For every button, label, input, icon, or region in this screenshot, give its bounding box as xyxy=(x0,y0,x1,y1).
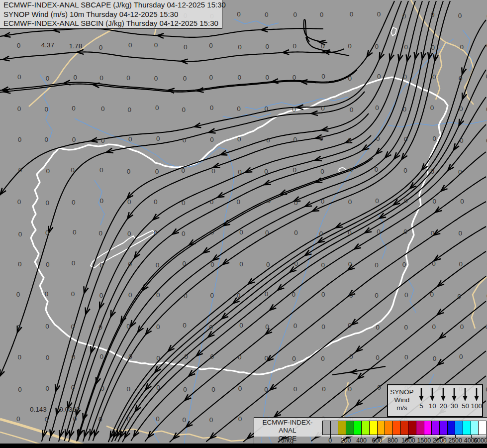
station-value-zero: 0 xyxy=(237,74,241,81)
station-value-zero: 0 xyxy=(98,324,102,331)
station-value-zero: 0 xyxy=(349,292,353,299)
cape-scale-label: 2000 xyxy=(433,437,447,444)
station-value-zero: 0 xyxy=(321,42,325,50)
station-value-zero: 0 xyxy=(45,199,49,207)
station-value-zero: 0 xyxy=(238,385,242,392)
station-value-zero: 0 xyxy=(18,230,22,238)
station-value-zero: 0 xyxy=(404,197,408,205)
station-value-zero: 0 xyxy=(348,198,352,206)
station-value-zero: 0 xyxy=(16,415,20,423)
station-value-zero: 0 xyxy=(45,416,49,423)
cape-scale-label: 600 xyxy=(372,437,383,444)
station-value-zero: 0 xyxy=(128,41,132,49)
cape-legend: ECMWF-INDEX-ANAL CAPE J/kg 0200400600800… xyxy=(254,417,487,445)
station-value-zero: 0 xyxy=(184,43,188,51)
cape-color-swatch xyxy=(401,421,408,435)
title-line-wind: SYNOP Wind (m/s) 10m Thursday 04-12-2025… xyxy=(3,10,222,19)
station-value-zero: 0 xyxy=(74,74,78,81)
cape-color-swatch xyxy=(479,421,486,435)
station-value-zero: 0 xyxy=(128,135,132,143)
station-value-zero: 0 xyxy=(431,11,435,18)
station-value-zero: 0 xyxy=(348,75,352,82)
down-arrow-icon xyxy=(462,387,469,402)
station-value-zero: 0 xyxy=(209,416,213,424)
station-value-zero: 0 xyxy=(72,105,76,112)
station-value-zero: 0 xyxy=(237,135,241,143)
cape-color-swatch xyxy=(378,421,385,435)
station-value-zero: 0 xyxy=(237,198,241,206)
station-value-zero: 0 xyxy=(156,261,160,269)
wind-speed-cell: 5 xyxy=(416,387,427,416)
station-value-zero: 0 xyxy=(238,168,242,176)
station-value-zero: 0 xyxy=(101,105,105,112)
station-value-zero: 0 xyxy=(46,261,50,268)
station-value-zero: 0 xyxy=(349,353,353,360)
station-value-zero: 0 xyxy=(459,75,463,82)
station-value-zero: 0 xyxy=(99,229,103,237)
cape-color-swatch xyxy=(416,421,424,435)
station-value-zero: 0 xyxy=(431,44,435,51)
station-value-zero: 0 xyxy=(18,260,22,268)
station-value-zero: 0 xyxy=(266,43,270,50)
station-value-zero: 0 xyxy=(17,324,21,331)
down-arrow-icon xyxy=(440,387,447,402)
station-value-zero: 0 xyxy=(182,230,186,237)
station-value-zero: 0 xyxy=(432,260,436,267)
station-value-zero: 0 xyxy=(375,261,379,269)
station-value-zero: 0 xyxy=(460,198,464,205)
station-value-zero: 0 xyxy=(183,75,187,82)
station-value-zero: 0 xyxy=(156,415,160,423)
station-value-zero: 0 xyxy=(72,353,76,361)
station-value-zero: 0 xyxy=(155,168,159,175)
wind-speed-cell: 100 xyxy=(471,387,482,416)
station-value-zero: 0 xyxy=(350,10,354,18)
station-value-zero: 0 xyxy=(99,166,103,174)
map-title-block: ECMWF-INDEX-ANAL SBCAPE (J/kg) Thursday … xyxy=(0,0,222,29)
station-value-zero: 0 xyxy=(128,260,132,268)
cape-color-swatch xyxy=(354,421,362,435)
station-value-zero: 0 xyxy=(348,229,352,236)
station-value-zero: 0 xyxy=(71,290,75,298)
station-value-zero: 0 xyxy=(460,137,464,144)
wind-speed-scale: 510203050100 xyxy=(416,385,482,416)
cape-color-swatch xyxy=(463,421,471,435)
station-value-zero: 0 xyxy=(45,136,49,143)
station-value-zero: 0 xyxy=(183,136,187,144)
station-value-zero: 0 xyxy=(184,353,188,360)
station-value-zero: 0 xyxy=(128,353,132,360)
cape-scale-label: 200 xyxy=(341,437,351,444)
station-value-zero: 0 xyxy=(210,136,214,143)
wind-speed-label: 50 xyxy=(462,402,469,410)
wind-speed-label: 100 xyxy=(471,402,482,410)
station-value-zero: 0 xyxy=(375,43,379,50)
cape-legend-title: ECMWF-INDEX-ANAL xyxy=(256,419,319,435)
station-value-zero: 0 xyxy=(18,386,22,393)
station-value-zero: 0 xyxy=(319,230,323,237)
cape-color-swatch xyxy=(323,421,330,435)
station-value-zero: 0 xyxy=(154,75,158,82)
station-value-zero: 0 xyxy=(321,355,325,362)
station-value-zero: 0 xyxy=(266,136,270,144)
station-value-zero: 0 xyxy=(377,384,381,391)
station-value-zero: 0 xyxy=(264,168,268,175)
cape-color-swatch xyxy=(370,421,377,435)
station-value-zero: 0 xyxy=(348,260,352,268)
station-value-zero: 0 xyxy=(72,136,76,143)
station-value-zero: 0 xyxy=(433,355,437,362)
station-value-zero: 0 xyxy=(71,384,75,391)
station-value-zero: 0 xyxy=(183,386,187,393)
weather-map: 0000000000000000000000000000000000000000… xyxy=(0,0,487,448)
station-value-zero: 0 xyxy=(293,322,297,330)
station-value-zero: 0 xyxy=(44,106,48,113)
title-line-sbcin: ECMWF-INDEX-ANAL SBCIN (J/kg) Thursday 0… xyxy=(3,19,222,28)
station-value-zero: 0 xyxy=(348,137,352,144)
station-value-zero: 0 xyxy=(377,228,381,235)
station-value-zero: 0 xyxy=(402,261,406,268)
station-value-zero: 0 xyxy=(17,73,21,81)
station-value-zero: 0 xyxy=(265,11,269,18)
station-value-zero: 0 xyxy=(432,73,436,81)
station-value-zero: 0 xyxy=(293,11,297,18)
station-value-zero: 0 xyxy=(239,322,243,329)
station-value-zero: 0 xyxy=(321,198,325,205)
station-value-zero: 0 xyxy=(266,261,270,268)
